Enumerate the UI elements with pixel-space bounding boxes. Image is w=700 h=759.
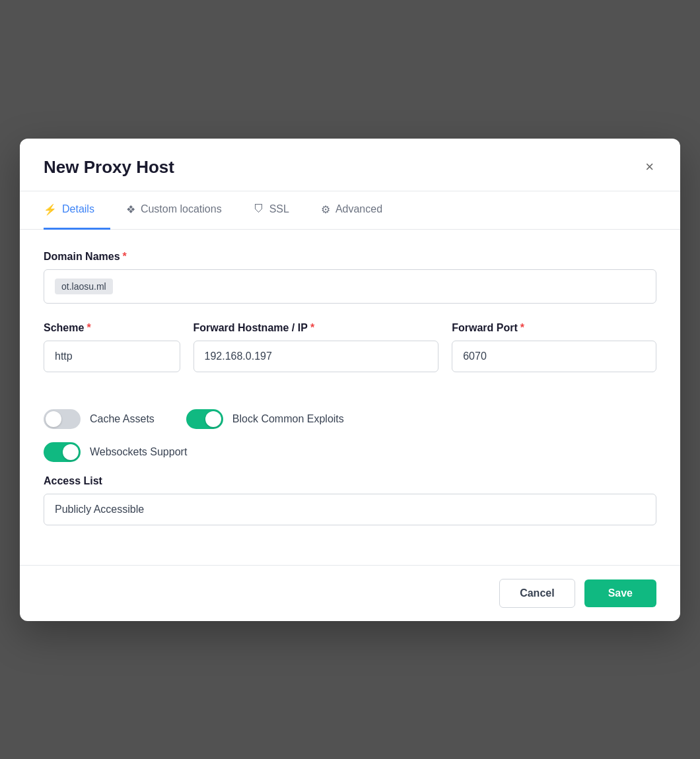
tab-details-label: Details bbox=[62, 203, 94, 215]
modal-footer: Cancel Save bbox=[20, 565, 680, 621]
cache-assets-toggle-item: Cache Assets bbox=[44, 409, 155, 429]
scheme-label: Scheme * bbox=[44, 322, 180, 334]
tab-ssl[interactable]: ⛉ SSL bbox=[254, 191, 305, 230]
block-exploits-label: Block Common Exploits bbox=[232, 413, 344, 425]
domain-names-group: Domain Names * ot.laosu.ml bbox=[44, 251, 656, 304]
tab-advanced-label: Advanced bbox=[335, 203, 382, 215]
websockets-toggle[interactable] bbox=[44, 442, 81, 462]
tab-advanced[interactable]: ⚙ Advanced bbox=[321, 191, 398, 230]
layers-icon: ❖ bbox=[126, 203, 135, 216]
websockets-slider bbox=[44, 442, 81, 462]
cache-assets-toggle[interactable] bbox=[44, 409, 81, 429]
cancel-button[interactable]: Cancel bbox=[499, 579, 575, 608]
save-button[interactable]: Save bbox=[584, 579, 656, 607]
modal-dialog: New Proxy Host × ⚡ Details ❖ Custom loca… bbox=[20, 139, 680, 621]
toggles-row-1: Cache Assets Block Common Exploits bbox=[44, 409, 656, 429]
block-exploits-toggle-item: Block Common Exploits bbox=[186, 409, 344, 429]
cache-assets-label: Cache Assets bbox=[90, 413, 155, 425]
tabs-container: ⚡ Details ❖ Custom locations ⛉ SSL ⚙ Adv… bbox=[20, 191, 680, 230]
domain-names-input[interactable]: ot.laosu.ml bbox=[44, 269, 656, 304]
forward-hostname-group: Forward Hostname / IP * bbox=[193, 322, 439, 372]
modal-overlay: New Proxy Host × ⚡ Details ❖ Custom loca… bbox=[0, 0, 700, 759]
scheme-required: * bbox=[87, 322, 90, 334]
shield-icon: ⛉ bbox=[254, 203, 264, 215]
modal-header: New Proxy Host × bbox=[20, 139, 680, 191]
forward-port-input[interactable] bbox=[452, 341, 656, 372]
websockets-toggle-item: Websockets Support bbox=[44, 442, 187, 462]
domain-names-label: Domain Names * bbox=[44, 251, 656, 263]
tab-custom-locations-label: Custom locations bbox=[141, 203, 222, 215]
tab-details[interactable]: ⚡ Details bbox=[44, 191, 110, 230]
domain-tag[interactable]: ot.laosu.ml bbox=[55, 279, 113, 294]
modal-title: New Proxy Host bbox=[44, 157, 174, 178]
three-col-row: Scheme * Forward Hostname / IP * Forward… bbox=[44, 322, 656, 391]
modal-body: Domain Names * ot.laosu.ml Scheme * bbox=[20, 230, 680, 565]
access-list-input[interactable] bbox=[44, 494, 656, 525]
cache-assets-slider bbox=[44, 409, 81, 429]
scheme-group: Scheme * bbox=[44, 322, 180, 372]
forward-hostname-label: Forward Hostname / IP * bbox=[193, 322, 439, 334]
tab-custom-locations[interactable]: ❖ Custom locations bbox=[126, 191, 238, 230]
block-exploits-toggle[interactable] bbox=[186, 409, 223, 429]
forward-hostname-input[interactable] bbox=[193, 341, 439, 372]
scheme-input[interactable] bbox=[44, 341, 180, 372]
forward-port-group: Forward Port * bbox=[452, 322, 656, 372]
domain-names-required: * bbox=[123, 251, 127, 263]
gear-icon: ⚙ bbox=[321, 203, 330, 216]
websockets-label: Websockets Support bbox=[90, 446, 187, 458]
block-exploits-slider bbox=[186, 409, 223, 429]
forward-port-label: Forward Port * bbox=[452, 322, 656, 334]
access-list-group: Access List bbox=[44, 475, 656, 525]
forward-hostname-required: * bbox=[310, 322, 314, 334]
tab-ssl-label: SSL bbox=[269, 203, 289, 215]
toggles-row-2: Websockets Support bbox=[44, 442, 656, 462]
lightning-icon: ⚡ bbox=[44, 203, 57, 216]
close-button[interactable]: × bbox=[643, 157, 656, 177]
forward-port-required: * bbox=[520, 322, 524, 334]
access-list-label: Access List bbox=[44, 475, 656, 487]
